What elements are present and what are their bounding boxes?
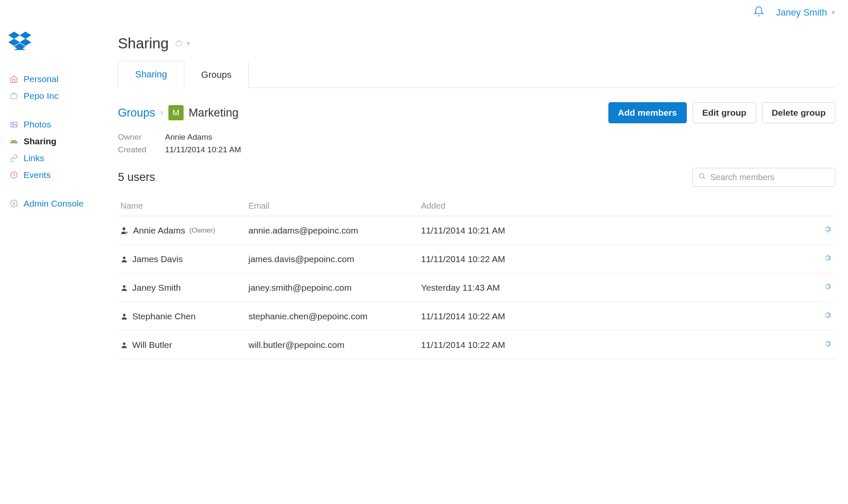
member-email: janey.smith@pepoinc.com <box>248 283 421 293</box>
svg-point-11 <box>123 314 125 316</box>
chevron-down-icon: ▼ <box>830 9 836 16</box>
created-value: 11/11/2014 10:21 AM <box>165 145 241 154</box>
row-settings-button[interactable] <box>823 282 832 291</box>
sidebar-label: Events <box>24 170 51 180</box>
context-selector[interactable]: ▼ <box>175 40 191 47</box>
chevron-down-icon: ▼ <box>186 40 191 47</box>
sidebar-label: Photos <box>24 119 51 130</box>
sidebar-label: Pepo Inc <box>24 91 59 101</box>
column-email: Email <box>248 201 421 211</box>
sidebar: Personal Pepo Inc Photos Sharing <box>0 22 105 376</box>
sidebar-item-personal[interactable]: Personal <box>9 71 105 88</box>
svg-rect-5 <box>176 42 182 46</box>
member-added: 11/11/2014 10:21 AM <box>421 225 814 236</box>
table-row: Annie Adams(Owner)annie.adams@pepoinc.co… <box>118 216 835 245</box>
members-table: Name Email Added Annie Adams(Owner)annie… <box>118 196 835 359</box>
clock-icon <box>9 170 19 180</box>
person-icon <box>120 255 128 263</box>
rainbow-icon <box>9 137 19 146</box>
svg-point-9 <box>123 257 125 259</box>
chevron-right-icon: › <box>160 107 163 118</box>
member-name: Annie Adams <box>133 225 185 236</box>
member-name: Stephanie Chen <box>132 311 196 321</box>
sidebar-item-sharing[interactable]: Sharing <box>9 133 105 150</box>
users-count: 5 users <box>118 171 155 184</box>
home-icon <box>9 74 19 84</box>
sidebar-label: Admin Console <box>24 199 83 209</box>
link-icon <box>9 154 19 163</box>
sidebar-item-links[interactable]: Links <box>9 150 105 167</box>
member-added: 11/11/2014 10:22 AM <box>421 311 814 321</box>
sidebar-item-company[interactable]: Pepo Inc <box>9 88 105 104</box>
svg-point-10 <box>123 285 125 288</box>
row-settings-button[interactable] <box>823 225 832 234</box>
dropbox-logo[interactable] <box>8 31 105 54</box>
sidebar-label: Sharing <box>24 136 56 146</box>
table-row: Janey Smithjaney.smith@pepoinc.comYester… <box>118 273 835 302</box>
page-title: Sharing <box>118 35 169 52</box>
svg-rect-1 <box>11 122 17 127</box>
owner-label: Owner <box>118 133 165 142</box>
edit-group-button[interactable]: Edit group <box>693 102 756 123</box>
member-added: 11/11/2014 10:22 AM <box>421 340 814 350</box>
person-icon <box>120 284 128 292</box>
tab-sharing[interactable]: Sharing <box>118 61 184 88</box>
search-icon <box>699 172 706 182</box>
person-icon <box>120 313 128 320</box>
member-added: 11/11/2014 10:22 AM <box>421 254 814 264</box>
owner-value: Annie Adams <box>165 133 212 142</box>
table-row: James Davisjames.davis@pepoinc.com11/11/… <box>118 245 835 273</box>
table-row: Stephanie Chenstephanie.chen@pepoinc.com… <box>118 302 835 331</box>
breadcrumb-current: Marketing <box>189 106 239 119</box>
member-name: James Davis <box>132 254 183 264</box>
table-row: Will Butlerwill.butler@pepoinc.com11/11/… <box>118 331 835 359</box>
sidebar-item-admin[interactable]: Admin Console <box>9 195 105 212</box>
breadcrumb: Groups › M Marketing <box>118 105 238 120</box>
member-email: james.davis@pepoinc.com <box>248 254 421 264</box>
delete-group-button[interactable]: Delete group <box>762 102 835 123</box>
row-settings-button[interactable] <box>823 339 832 348</box>
search-input[interactable] <box>710 172 829 182</box>
add-members-button[interactable]: Add members <box>608 102 687 123</box>
row-settings-button[interactable] <box>823 253 832 263</box>
photos-icon <box>9 120 19 129</box>
user-name: Janey Smith <box>776 7 827 18</box>
tab-groups[interactable]: Groups <box>184 61 249 88</box>
person-icon <box>120 341 128 349</box>
row-settings-button[interactable] <box>823 310 832 320</box>
sidebar-item-events[interactable]: Events <box>9 167 105 183</box>
briefcase-icon <box>175 40 183 47</box>
created-label: Created <box>118 145 165 154</box>
breadcrumb-groups[interactable]: Groups <box>118 106 155 119</box>
briefcase-icon <box>9 91 19 101</box>
notifications-icon[interactable] <box>753 6 764 19</box>
svg-rect-0 <box>11 94 17 99</box>
member-email: stephanie.chen@pepoinc.com <box>248 311 421 321</box>
svg-point-2 <box>12 123 13 125</box>
owner-tag: (Owner) <box>189 226 215 235</box>
user-menu[interactable]: Janey Smith ▼ <box>776 7 836 18</box>
member-email: will.butler@pepoinc.com <box>248 340 421 350</box>
sidebar-item-photos[interactable]: Photos <box>9 116 105 133</box>
group-badge: M <box>168 105 184 120</box>
member-name: Will Butler <box>132 340 172 350</box>
column-added: Added <box>421 201 814 211</box>
member-email: annie.adams@pepoinc.com <box>248 225 421 236</box>
search-members[interactable] <box>692 168 835 187</box>
member-added: Yesterday 11:43 AM <box>421 283 814 293</box>
member-name: Janey Smith <box>132 283 181 293</box>
person-owner-icon <box>120 226 129 235</box>
svg-point-6 <box>699 173 704 178</box>
column-name: Name <box>118 201 248 211</box>
svg-point-4 <box>13 203 15 205</box>
tabs: Sharing Groups <box>118 61 835 88</box>
gear-icon <box>9 199 19 208</box>
svg-point-7 <box>123 227 125 230</box>
sidebar-label: Links <box>24 153 44 163</box>
svg-point-12 <box>123 342 125 345</box>
sidebar-label: Personal <box>24 74 59 84</box>
